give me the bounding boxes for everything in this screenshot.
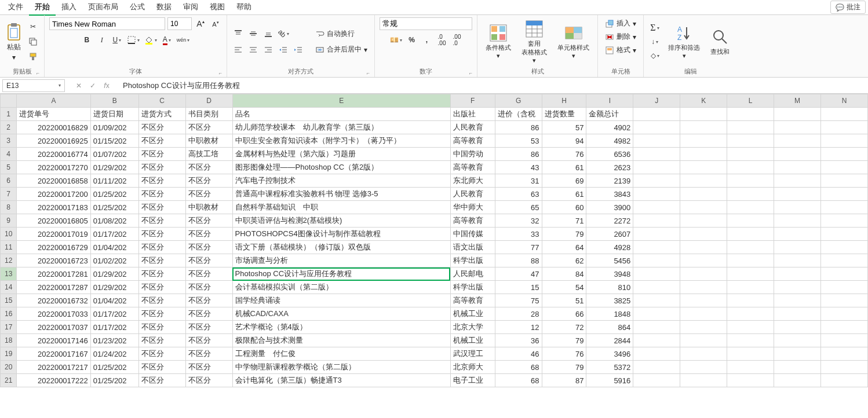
cell-E9[interactable]: 中职英语评估与检测2(基础模块) bbox=[232, 214, 450, 228]
cell-B19[interactable]: 01/24/202 bbox=[90, 347, 138, 361]
cell-D7[interactable]: 不区分 bbox=[185, 188, 232, 201]
cell-B3[interactable]: 01/15/202 bbox=[90, 134, 138, 148]
cell-A21[interactable]: 202200017222 bbox=[17, 374, 90, 387]
cell-K12[interactable] bbox=[680, 254, 727, 267]
decrease-indent-button[interactable] bbox=[277, 43, 290, 56]
currency-button[interactable]: 💴▾ bbox=[389, 34, 403, 46]
merge-center-button[interactable]: 合并后居中▾ bbox=[313, 43, 370, 56]
cell-I16[interactable]: 1848 bbox=[586, 307, 633, 321]
cell-E2[interactable]: 幼儿师范学校课本 幼儿教育学（第三版） bbox=[232, 121, 450, 134]
menu-item-7[interactable]: 视图 bbox=[204, 0, 231, 16]
sort-filter-button[interactable]: AZ 排序和筛选▾ bbox=[665, 23, 703, 61]
cell-I9[interactable]: 2272 bbox=[586, 214, 633, 228]
cell-B9[interactable]: 01/08/202 bbox=[90, 214, 138, 228]
cell-G18[interactable]: 36 bbox=[495, 334, 542, 347]
row-header-16[interactable]: 16 bbox=[1, 307, 17, 321]
cell-A1[interactable]: 进货单号 bbox=[17, 108, 90, 121]
cell-E12[interactable]: 市场调查与分析 bbox=[232, 254, 450, 267]
cell-B6[interactable]: 01/11/202 bbox=[90, 174, 138, 188]
col-header-B[interactable]: B bbox=[90, 94, 138, 108]
cell-B18[interactable]: 01/23/202 bbox=[90, 334, 138, 347]
cell-G5[interactable]: 43 bbox=[495, 161, 542, 174]
cell-B10[interactable]: 01/17/202 bbox=[90, 228, 138, 241]
cell-A5[interactable]: 202200017270 bbox=[17, 161, 90, 174]
cell-A8[interactable]: 202200017183 bbox=[17, 201, 90, 214]
cell-J9[interactable] bbox=[633, 214, 680, 228]
cell-F11[interactable]: 语文出版 bbox=[450, 241, 495, 254]
cell-J16[interactable] bbox=[633, 307, 680, 321]
cell-C17[interactable]: 不区分 bbox=[138, 321, 185, 334]
cell-D4[interactable]: 高技工培 bbox=[185, 148, 232, 161]
cell-J18[interactable] bbox=[633, 334, 680, 347]
row-header-2[interactable]: 2 bbox=[1, 121, 17, 134]
cell-J8[interactable] bbox=[633, 201, 680, 214]
cancel-formula-button[interactable]: ✕ bbox=[74, 82, 83, 90]
cell-C2[interactable]: 不区分 bbox=[138, 121, 185, 134]
copy-button[interactable] bbox=[27, 35, 39, 48]
row-header-1[interactable]: 1 bbox=[1, 108, 17, 121]
cell-F5[interactable]: 高等教育 bbox=[450, 161, 495, 174]
cell-I6[interactable]: 2139 bbox=[586, 174, 633, 188]
col-header-J[interactable]: J bbox=[633, 94, 680, 108]
cell-B1[interactable]: 进货日期 bbox=[90, 108, 138, 121]
cell-C10[interactable]: 不区分 bbox=[138, 228, 185, 241]
cell-J10[interactable] bbox=[633, 228, 680, 241]
cell-E7[interactable]: 普通高中课程标准实验教科书 物理 选修3-5 bbox=[232, 188, 450, 201]
cell-B7[interactable]: 01/25/202 bbox=[90, 188, 138, 201]
border-button[interactable]: ▾ bbox=[126, 34, 141, 46]
cell-A14[interactable]: 202200017287 bbox=[17, 281, 90, 294]
col-header-K[interactable]: K bbox=[680, 94, 727, 108]
cell-G21[interactable]: 68 bbox=[495, 374, 542, 387]
font-size-select[interactable] bbox=[167, 17, 192, 30]
cell-G9[interactable]: 32 bbox=[495, 214, 542, 228]
increase-font-button[interactable]: A▴ bbox=[194, 17, 207, 30]
cell-L4[interactable] bbox=[727, 148, 774, 161]
cell-H17[interactable]: 72 bbox=[542, 321, 586, 334]
row-header-4[interactable]: 4 bbox=[1, 148, 17, 161]
cell-J14[interactable] bbox=[633, 281, 680, 294]
cell-L19[interactable] bbox=[727, 347, 774, 361]
comma-button[interactable]: , bbox=[421, 34, 433, 46]
cell-B11[interactable]: 01/04/202 bbox=[90, 241, 138, 254]
cell-G15[interactable]: 75 bbox=[495, 294, 542, 307]
cell-L18[interactable] bbox=[727, 334, 774, 347]
cell-J7[interactable] bbox=[633, 188, 680, 201]
formula-input[interactable]: Photoshop CC设计与应用任务教程 bbox=[118, 80, 868, 91]
cell-N10[interactable] bbox=[820, 228, 867, 241]
fill-button[interactable]: ↓▾ bbox=[648, 35, 661, 48]
cell-E15[interactable]: 国学经典诵读 bbox=[232, 294, 450, 307]
cell-A2[interactable]: 202200016829 bbox=[17, 121, 90, 134]
cell-N16[interactable] bbox=[820, 307, 867, 321]
col-header-E[interactable]: E bbox=[232, 94, 450, 108]
number-format-select[interactable] bbox=[380, 17, 472, 30]
cell-K20[interactable] bbox=[680, 361, 727, 374]
cell-D16[interactable]: 不区分 bbox=[185, 307, 232, 321]
cell-B14[interactable]: 01/29/202 bbox=[90, 281, 138, 294]
dialog-launcher-icon[interactable]: ⌐ bbox=[469, 70, 472, 76]
cell-C6[interactable]: 不区分 bbox=[138, 174, 185, 188]
cell-C16[interactable]: 不区分 bbox=[138, 307, 185, 321]
cell-M18[interactable] bbox=[774, 334, 821, 347]
spreadsheet-grid[interactable]: ABCDEFGHIJKLMN1进货单号进货日期进货方式书目类别品名出版社进价（含… bbox=[0, 94, 868, 387]
format-cells-button[interactable]: 格式▾ bbox=[603, 44, 639, 56]
cell-D3[interactable]: 中职教材 bbox=[185, 134, 232, 148]
conditional-format-button[interactable]: 条件格式▾ bbox=[482, 23, 515, 61]
menu-item-1[interactable]: 开始 bbox=[29, 0, 56, 16]
menu-item-6[interactable]: 审阅 bbox=[177, 0, 204, 16]
cell-A4[interactable]: 202200016774 bbox=[17, 148, 90, 161]
cell-H1[interactable]: 进货数量 bbox=[542, 108, 586, 121]
cell-J2[interactable] bbox=[633, 121, 680, 134]
cell-F20[interactable]: 北京师大 bbox=[450, 361, 495, 374]
row-header-11[interactable]: 11 bbox=[1, 241, 17, 254]
cell-C18[interactable]: 不区分 bbox=[138, 334, 185, 347]
cell-D1[interactable]: 书目类别 bbox=[185, 108, 232, 121]
cell-F8[interactable]: 华中师大 bbox=[450, 201, 495, 214]
cell-G16[interactable]: 28 bbox=[495, 307, 542, 321]
cell-K9[interactable] bbox=[680, 214, 727, 228]
cell-G12[interactable]: 88 bbox=[495, 254, 542, 267]
cell-B16[interactable]: 01/17/202 bbox=[90, 307, 138, 321]
cell-F18[interactable]: 机械工业 bbox=[450, 334, 495, 347]
cell-E11[interactable]: 语文下册（基础模块）（修订版）双色版 bbox=[232, 241, 450, 254]
cell-L6[interactable] bbox=[727, 174, 774, 188]
cell-C15[interactable]: 不区分 bbox=[138, 294, 185, 307]
